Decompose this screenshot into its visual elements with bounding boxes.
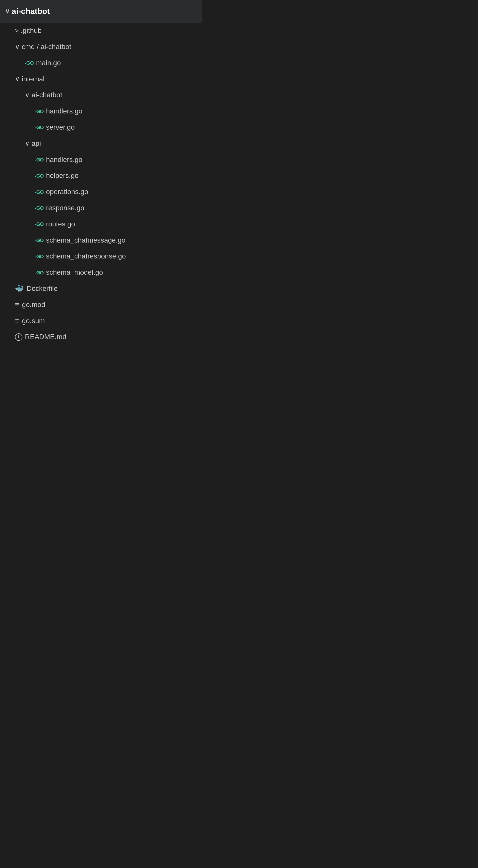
schema-chatmessage-go-label: schema_chatmessage.go (46, 235, 125, 246)
go-mod-label: go.mod (22, 299, 45, 310)
github-folder[interactable]: > .github (0, 23, 202, 39)
go-file-icon: -GO (35, 188, 43, 196)
main-go-file[interactable]: -GO main.go (0, 55, 202, 71)
go-mod-file[interactable]: ≡ go.mod (0, 297, 202, 313)
readme-label: README.md (25, 331, 66, 343)
go-file-icon: -GO (35, 172, 43, 180)
handlers-go-2-file[interactable]: -GO handlers.go (0, 152, 202, 168)
helpers-go-file[interactable]: -GO helpers.go (0, 168, 202, 184)
api-folder[interactable]: ∨ api (0, 135, 202, 152)
root-folder-label: ai-chatbot (12, 5, 50, 18)
schema-chatmessage-go-file[interactable]: -GO schema_chatmessage.go (0, 232, 202, 249)
main-go-label: main.go (36, 58, 61, 69)
chevron-right-icon: > (15, 26, 19, 36)
go-file-icon: -GO (35, 204, 43, 212)
operations-go-file[interactable]: -GO operations.go (0, 184, 202, 200)
server-go-file[interactable]: -GO server.go (0, 119, 202, 135)
chevron-down-icon: ∨ (5, 6, 10, 17)
go-file-icon: -GO (35, 156, 43, 164)
chevron-down-icon: ∨ (15, 42, 20, 52)
go-file-icon: -GO (35, 252, 43, 260)
operations-go-label: operations.go (46, 186, 88, 197)
internal-ai-chatbot-folder-label: ai-chatbot (32, 90, 62, 101)
mod-icon: ≡ (15, 299, 19, 310)
go-file-icon: -GO (35, 220, 43, 228)
chevron-down-icon: ∨ (25, 138, 30, 149)
schema-model-go-label: schema_model.go (46, 267, 103, 278)
server-go-label: server.go (46, 122, 75, 133)
internal-folder-label: internal (22, 74, 44, 85)
internal-folder[interactable]: ∨ internal (0, 71, 202, 87)
dockerfile-file[interactable]: 🐳 Dockerfile (0, 281, 202, 297)
handlers-go-2-label: handlers.go (46, 154, 82, 165)
go-file-icon: -GO (35, 236, 43, 244)
response-go-file[interactable]: -GO response.go (0, 200, 202, 216)
go-sum-label: go.sum (22, 315, 45, 327)
chevron-down-icon: ∨ (15, 74, 20, 84)
info-icon: i (15, 333, 22, 341)
file-explorer: ∨ ai-chatbot > .github ∨ cmd / ai-chatbo… (0, 0, 202, 345)
cmd-folder[interactable]: ∨ cmd / ai-chatbot (0, 39, 202, 55)
go-file-icon: -GO (35, 123, 43, 131)
go-sum-file[interactable]: ≡ go.sum (0, 313, 202, 329)
cmd-folder-label: cmd / ai-chatbot (22, 41, 71, 53)
docker-icon: 🐳 (15, 283, 24, 294)
handlers-go-1-label: handlers.go (46, 106, 82, 117)
api-folder-label: api (32, 138, 41, 149)
sum-icon: ≡ (15, 315, 19, 327)
schema-chatresponse-go-file[interactable]: -GO schema_chatresponse.go (0, 248, 202, 265)
go-file-icon: -GO (25, 59, 34, 67)
dockerfile-label: Dockerfile (27, 283, 58, 294)
schema-chatresponse-go-label: schema_chatresponse.go (46, 251, 126, 262)
helpers-go-label: helpers.go (46, 170, 79, 181)
response-go-label: response.go (46, 203, 84, 214)
schema-model-go-file[interactable]: -GO schema_model.go (0, 265, 202, 281)
routes-go-file[interactable]: -GO routes.go (0, 216, 202, 232)
go-file-icon: -GO (35, 107, 43, 116)
handlers-go-1-file[interactable]: -GO handlers.go (0, 103, 202, 119)
root-folder[interactable]: ∨ ai-chatbot (0, 0, 202, 23)
readme-file[interactable]: i README.md (0, 329, 202, 345)
github-folder-label: .github (21, 25, 41, 36)
go-file-icon: -GO (35, 269, 43, 277)
chevron-down-icon: ∨ (25, 90, 30, 100)
routes-go-label: routes.go (46, 219, 75, 230)
internal-ai-chatbot-folder[interactable]: ∨ ai-chatbot (0, 87, 202, 103)
